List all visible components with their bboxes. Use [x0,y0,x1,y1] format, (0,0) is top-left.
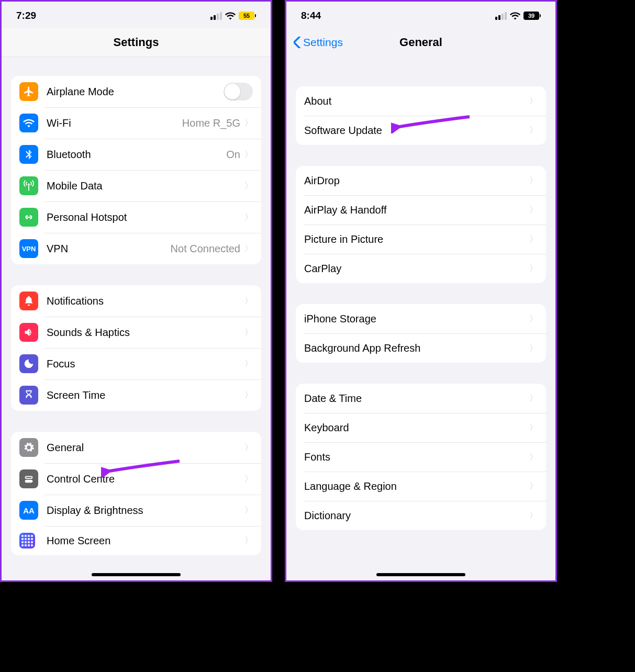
back-button[interactable]: Settings [294,36,343,49]
row-about[interactable]: About 〉 [296,86,546,116]
chevron-right-icon: 〉 [244,535,253,546]
chevron-right-icon: 〉 [529,422,538,433]
chevron-right-icon: 〉 [529,510,538,521]
status-bar: 8:44 39 [286,2,555,28]
status-time: 7:29 [16,10,36,21]
row-picture-in-picture[interactable]: Picture in Picture 〉 [296,225,546,254]
section-info: About 〉 Software Update 〉 [296,86,546,145]
row-label: iPhone Storage [304,313,529,325]
page-title: General [399,36,442,49]
row-bluetooth[interactable]: Bluetooth On 〉 [11,139,261,170]
row-label: AirDrop [304,175,529,187]
chevron-right-icon: 〉 [244,212,253,223]
row-background-app-refresh[interactable]: Background App Refresh 〉 [296,333,546,363]
chevron-right-icon: 〉 [529,313,538,324]
chevron-right-icon: 〉 [529,125,538,136]
row-sounds-haptics[interactable]: Sounds & Haptics 〉 [11,317,261,348]
row-language-region[interactable]: Language & Region 〉 [296,472,546,501]
row-label: Bluetooth [47,149,226,161]
chevron-right-icon: 〉 [244,442,253,453]
hotspot-icon [19,208,38,227]
row-airplane-mode[interactable]: Airplane Mode [11,76,261,107]
gear-icon [19,438,38,457]
row-label: Airplane Mode [47,86,224,98]
row-detail: Not Connected [171,243,240,255]
cellular-icon [495,12,507,20]
section-air: AirDrop 〉 AirPlay & Handoff 〉 Picture in… [296,166,546,283]
row-mobile-data[interactable]: Mobile Data 〉 [11,170,261,201]
home-indicator[interactable] [92,573,181,576]
row-label: General [47,442,244,454]
row-detail: On [226,149,240,161]
row-home-screen[interactable]: Home Screen 〉 [11,526,261,555]
row-personal-hotspot[interactable]: Personal Hotspot 〉 [11,201,261,233]
text-size-icon: AA [19,501,38,520]
row-label: Focus [47,358,244,370]
row-label: VPN [47,243,171,255]
battery-icon: 39 [523,12,541,20]
row-label: CarPlay [304,263,529,275]
row-software-update[interactable]: Software Update 〉 [296,116,546,145]
row-date-time[interactable]: Date & Time 〉 [296,384,546,413]
row-screen-time[interactable]: Screen Time 〉 [11,379,261,411]
chevron-right-icon: 〉 [244,505,253,516]
row-label: Picture in Picture [304,233,529,245]
row-keyboard[interactable]: Keyboard 〉 [296,413,546,442]
chevron-right-icon: 〉 [529,175,538,186]
row-display-brightness[interactable]: AA Display & Brightness 〉 [11,495,261,526]
row-label: Control Centre [47,473,244,485]
row-label: Home Screen [47,535,244,547]
row-control-centre[interactable]: Control Centre 〉 [11,463,261,495]
chevron-right-icon: 〉 [244,149,253,160]
row-notifications[interactable]: Notifications 〉 [11,285,261,317]
row-airplay-handoff[interactable]: AirPlay & Handoff 〉 [296,195,546,225]
home-indicator[interactable] [376,573,465,576]
row-iphone-storage[interactable]: iPhone Storage 〉 [296,304,546,333]
airplane-toggle[interactable] [224,83,253,100]
chevron-right-icon: 〉 [529,452,538,463]
chevron-right-icon: 〉 [244,359,253,369]
row-fonts[interactable]: Fonts 〉 [296,442,546,472]
phone-general: 8:44 39 Settings General About 〉 Softw [285,0,557,582]
row-label: Screen Time [47,389,244,401]
wifi-icon [510,12,520,20]
row-vpn[interactable]: VPN VPN Not Connected 〉 [11,233,261,264]
row-label: Language & Region [304,480,529,492]
vpn-icon: VPN [19,239,38,258]
row-airdrop[interactable]: AirDrop 〉 [296,166,546,195]
chevron-right-icon: 〉 [244,327,253,338]
row-dictionary[interactable]: Dictionary 〉 [296,501,546,530]
moon-icon [19,354,38,373]
speaker-icon [19,323,38,342]
row-label: Wi-Fi [47,117,182,129]
home-grid-icon [19,533,35,548]
chevron-right-icon: 〉 [244,390,253,401]
row-carplay[interactable]: CarPlay 〉 [296,254,546,283]
bluetooth-icon [19,145,38,164]
section-storage: iPhone Storage 〉 Background App Refresh … [296,304,546,363]
row-focus[interactable]: Focus 〉 [11,348,261,379]
wifi-icon [19,114,38,132]
wifi-icon [225,12,236,20]
chevron-right-icon: 〉 [244,474,253,485]
chevron-right-icon: 〉 [529,343,538,354]
status-indicators: 39 [495,12,541,20]
chevron-right-icon: 〉 [529,481,538,492]
chevron-right-icon: 〉 [529,393,538,404]
row-label: Mobile Data [47,180,244,192]
row-wifi[interactable]: Wi-Fi Home R_5G 〉 [11,107,261,139]
cellular-icon [210,12,222,20]
section-attention: Notifications 〉 Sounds & Haptics 〉 Focus… [11,285,261,411]
bell-icon [19,292,38,310]
row-label: Date & Time [304,393,529,405]
row-label: About [304,95,529,107]
row-label: AirPlay & Handoff [304,204,529,216]
chevron-right-icon: 〉 [244,118,253,129]
nav-header: Settings [2,28,271,57]
row-label: Display & Brightness [47,505,244,517]
chevron-right-icon: 〉 [529,263,538,274]
phone-settings: 7:29 55 Settings Airplane Mode [0,0,272,582]
status-indicators: 55 [210,12,256,20]
battery-icon: 55 [239,12,256,20]
row-general[interactable]: General 〉 [11,432,261,463]
